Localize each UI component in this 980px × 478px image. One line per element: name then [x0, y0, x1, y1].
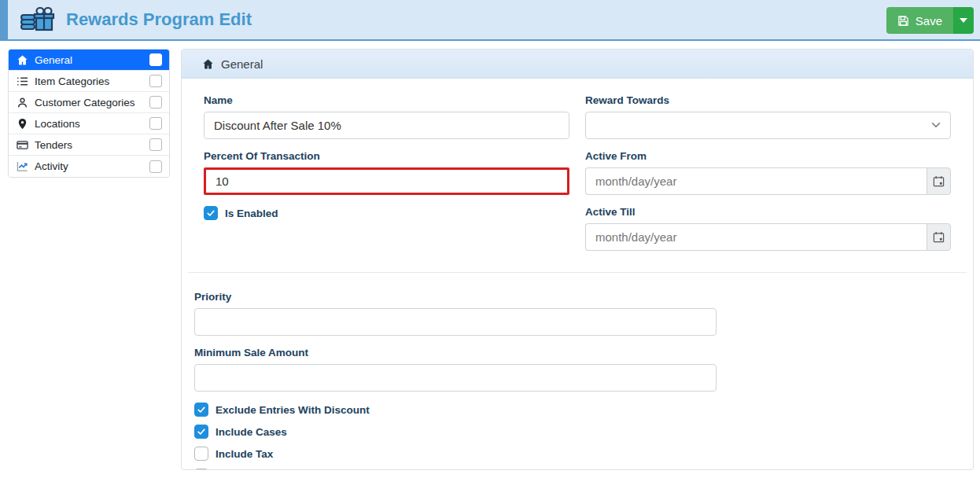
home-icon — [202, 58, 214, 70]
include-additional-charge-row[interactable]: Include Additional Charge — [194, 469, 960, 470]
app-header: Rewards Program Edit Save — [0, 0, 980, 41]
person-icon — [16, 96, 28, 108]
name-input[interactable] — [204, 112, 569, 139]
sidebar-item-label: Activity — [35, 160, 68, 172]
sidebar-checkbox-item-categories[interactable] — [149, 75, 162, 87]
active-till-label: Active Till — [585, 206, 951, 218]
priority-label: Priority — [194, 291, 960, 303]
sidebar-checkbox-activity[interactable] — [149, 160, 162, 173]
credit-card-icon — [16, 138, 28, 151]
reward-towards-label: Reward Towards — [585, 94, 951, 106]
caret-down-icon — [960, 18, 967, 23]
include-tax-row[interactable]: Include Tax — [194, 447, 960, 461]
percent-of-transaction-label: Percent Of Transaction — [204, 150, 569, 162]
minimum-sale-amount-label: Minimum Sale Amount — [194, 347, 960, 358]
floppy-disk-icon — [897, 15, 909, 27]
panel-header-label: General — [221, 57, 263, 71]
sidebar-item-locations[interactable]: Locations — [9, 113, 169, 134]
sidebar-item-label: General — [35, 54, 72, 66]
is-enabled-checkbox[interactable] — [204, 206, 218, 220]
active-till-calendar-button[interactable] — [927, 223, 951, 251]
name-label: Name — [204, 94, 569, 106]
include-cases-row[interactable]: Include Cases — [194, 425, 960, 439]
sidebar-checkbox-general[interactable] — [149, 53, 162, 66]
include-additional-charge-checkbox[interactable] — [194, 469, 208, 470]
save-dropdown-toggle[interactable] — [953, 7, 974, 34]
sidebar-checkbox-customer-categories[interactable] — [149, 96, 162, 108]
include-tax-label: Include Tax — [216, 448, 273, 460]
chart-icon — [16, 160, 28, 173]
sidebar-item-item-categories[interactable]: Item Categories — [9, 71, 169, 92]
active-till-input[interactable] — [585, 223, 927, 251]
exclude-entries-with-discount-row[interactable]: Exclude Entries With Discount — [194, 403, 960, 417]
sidebar-item-general[interactable]: General — [9, 50, 169, 71]
priority-input[interactable] — [194, 308, 717, 336]
reward-towards-select[interactable] — [585, 112, 951, 139]
panel-header: General — [182, 50, 973, 79]
include-cases-label: Include Cases — [216, 426, 287, 438]
sidebar-item-tenders[interactable]: Tenders — [9, 134, 169, 156]
sidebar-item-label: Locations — [35, 118, 80, 130]
sidebar: General Item Categories Customer Categor… — [8, 49, 170, 178]
sidebar-item-label: Item Categories — [35, 75, 109, 87]
sidebar-item-activity[interactable]: Activity — [9, 156, 169, 177]
active-from-label: Active From — [585, 150, 951, 162]
include-additional-charge-label: Include Additional Charge — [216, 470, 347, 471]
home-icon — [16, 53, 28, 66]
map-pin-icon — [16, 117, 28, 130]
save-button-label: Save — [916, 14, 942, 28]
sidebar-checkbox-tenders[interactable] — [149, 138, 162, 151]
page-title: Rewards Program Edit — [66, 9, 252, 30]
include-cases-checkbox[interactable] — [194, 425, 208, 439]
sidebar-item-label: Customer Categories — [35, 97, 135, 108]
coins-gift-icon — [19, 5, 58, 35]
section-divider — [188, 272, 967, 273]
sidebar-item-label: Tenders — [35, 139, 72, 151]
is-enabled-row[interactable]: Is Enabled — [204, 206, 569, 220]
sidebar-checkbox-locations[interactable] — [149, 117, 162, 130]
percent-of-transaction-input[interactable] — [204, 167, 569, 195]
accent-bar — [0, 0, 8, 39]
sidebar-item-customer-categories[interactable]: Customer Categories — [9, 92, 169, 113]
general-panel: General Name Percent Of Transaction Is E… — [181, 49, 974, 470]
list-icon — [16, 75, 28, 87]
include-tax-checkbox[interactable] — [194, 447, 208, 461]
save-button[interactable]: Save — [886, 7, 953, 34]
is-enabled-label: Is Enabled — [225, 208, 278, 219]
minimum-sale-amount-input[interactable] — [194, 364, 717, 392]
exclude-entries-with-discount-label: Exclude Entries With Discount — [216, 404, 370, 416]
active-from-calendar-button[interactable] — [927, 167, 951, 195]
exclude-entries-with-discount-checkbox[interactable] — [194, 403, 208, 417]
active-from-input[interactable] — [585, 167, 927, 195]
save-split-button: Save — [886, 7, 974, 34]
